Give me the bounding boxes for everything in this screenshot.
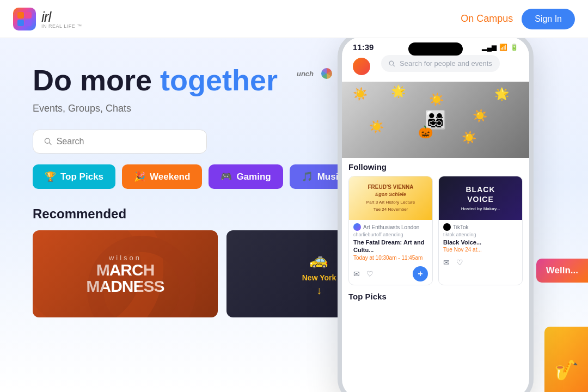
pill-gaming-label: Gaming	[236, 171, 271, 182]
freud-org-name: Art Enthusiasts London	[363, 224, 419, 230]
svg-rect-3	[25, 20, 32, 26]
blackvoice-attending: tiktok attending	[443, 232, 518, 237]
phone-banner-bg: 👨‍👩‍👧‍👦	[342, 82, 529, 158]
blackvoice-org: TikTok	[443, 223, 518, 231]
headline-part2: together	[160, 64, 278, 96]
trophy-icon: 🏆	[45, 171, 56, 182]
wifi-icon: 📶	[499, 44, 507, 51]
phone-top-picks-label: Top Picks	[342, 287, 529, 303]
nav-right: On Campus Sign In	[461, 9, 575, 29]
music-icon: 🎵	[302, 171, 313, 182]
press-logos: unch	[297, 68, 332, 79]
new-york-label: New York	[302, 273, 336, 282]
wellness-label: Welln...	[546, 265, 578, 275]
hero-headline: Do more together	[33, 64, 305, 96]
freud-event-title: The Fatal Dream: Art and Cultu...	[353, 238, 428, 254]
blackvoice-event-title: Black Voice...	[443, 238, 518, 246]
gramophone-icon: 🎷	[554, 359, 579, 382]
march-madness-card[interactable]: wilson MARCHMADNESS	[33, 230, 218, 317]
freud-action-icons: ✉ ♡	[353, 270, 373, 278]
freud-event-body: Art Enthusiasts London charlieburtoff at…	[349, 220, 432, 264]
blackvoice-org-name: TikTok	[453, 224, 469, 230]
following-title: Following	[348, 162, 523, 171]
freud-event-time: Today at 10:30am - 11:45am	[353, 255, 428, 261]
phone-search-placeholder: Search for people and events	[400, 59, 492, 68]
signal-icon: ▂▄▆	[482, 44, 497, 51]
blackvoice-event-image: BLACKVOICE Hosted by Makay...	[439, 176, 522, 220]
banner-bg-fill: 👨‍👩‍👧‍👦	[342, 82, 529, 158]
blackvoice-event-time: Tue Nov 24 at...	[443, 247, 518, 253]
tiktok-avatar	[443, 223, 451, 231]
event-cards-row: FREUD'S VIENNAEgon SchielePart 3 Art His…	[348, 176, 523, 285]
svg-rect-1	[25, 12, 32, 19]
add-button-freud[interactable]: +	[413, 266, 428, 281]
headline-part1: Do more	[33, 64, 160, 96]
nbc-logo	[321, 68, 332, 79]
freud-image-text: FREUD'S VIENNAEgon SchielePart 3 Art His…	[366, 183, 415, 212]
pill-top-picks[interactable]: 🏆 Top Picks	[33, 164, 115, 189]
on-campus-link[interactable]: On Campus	[461, 13, 513, 24]
freud-attending: charlieburtoff attending	[353, 232, 428, 237]
sign-in-button[interactable]: Sign In	[522, 9, 575, 29]
pill-weekend-label: Weekend	[150, 171, 190, 182]
logo-icon	[13, 8, 36, 30]
like-icon-freud[interactable]: ♡	[366, 270, 373, 278]
blackvoice-action-icons: ✉ ♡	[443, 258, 463, 267]
download-icon: ↓	[302, 284, 336, 297]
wilson-brand: wilson	[86, 254, 164, 262]
svg-line-5	[50, 143, 51, 145]
logo-subtext: IN REAL LIFE ™	[41, 23, 82, 29]
pill-top-picks-label: Top Picks	[60, 171, 103, 182]
party-icon: 🎉	[134, 171, 145, 182]
taxi-icon: 🚕	[302, 251, 336, 269]
search-icon	[44, 137, 52, 146]
phone-status-icons: ▂▄▆ 📶 🔋	[482, 44, 518, 51]
phone-time: 11:39	[353, 42, 373, 52]
hero-section: Do more together Events, Groups, Chats 🏆…	[0, 38, 588, 392]
gramophone-tile: 🎷	[544, 327, 588, 392]
freud-event-actions: ✉ ♡ +	[349, 264, 432, 285]
blackvoice-image-text: BLACKVOICE Hosted by Makay...	[461, 185, 500, 212]
search-input[interactable]	[57, 137, 195, 146]
navbar: irl IN REAL LIFE ™ On Campus Sign In	[0, 0, 588, 38]
svg-line-7	[393, 64, 395, 66]
phone-mockup: 11:39 ▂▄▆ 📶 🔋 Search for people and even…	[338, 38, 534, 392]
like-icon-blackvoice[interactable]: ♡	[456, 258, 463, 267]
wellness-pill[interactable]: Welln...	[536, 259, 588, 283]
share-icon-blackvoice[interactable]: ✉	[443, 258, 450, 267]
battery-icon: 🔋	[510, 44, 518, 51]
gaming-icon: 🎮	[220, 171, 232, 182]
share-icon-freud[interactable]: ✉	[353, 270, 360, 278]
phone-top-bar: Search for people and events	[342, 55, 529, 82]
search-box[interactable]	[33, 130, 207, 154]
phone-user-avatar[interactable]	[353, 58, 370, 75]
freud-org: Art Enthusiasts London	[353, 223, 428, 231]
press-logo-launch: unch	[297, 70, 314, 78]
logo-wordmark: irl IN REAL LIFE ™	[41, 9, 82, 29]
svg-rect-0	[17, 12, 24, 19]
pill-gaming[interactable]: 🎮 Gaming	[209, 164, 283, 189]
taxi-content: 🚕 New York ↓	[302, 251, 336, 297]
org-avatar-freud	[353, 223, 361, 231]
phone-notch	[408, 42, 463, 56]
blackvoice-event-actions: ✉ ♡	[439, 256, 522, 270]
freud-event-image: FREUD'S VIENNAEgon SchielePart 3 Art His…	[349, 176, 432, 220]
nav-logo-group: irl IN REAL LIFE ™	[13, 8, 82, 30]
svg-rect-2	[17, 20, 24, 26]
pill-weekend[interactable]: 🎉 Weekend	[122, 164, 202, 189]
phone-search-icon	[389, 60, 395, 67]
phone-following-section: Following FREUD'S VIENNAEgon SchielePart…	[342, 158, 529, 287]
phone-banner-image: 👨‍👩‍👧‍👦 ☀️ 🌟 ☀️ ☀️ 🌟 ☀️ 🎃 ☀️	[342, 82, 529, 158]
event-card-blackvoice[interactable]: BLACKVOICE Hosted by Makay... TikTok tik…	[438, 176, 523, 285]
phone-search-bar[interactable]: Search for people and events	[381, 55, 500, 72]
event-card-freud[interactable]: FREUD'S VIENNAEgon SchielePart 3 Art His…	[348, 176, 433, 285]
blackvoice-event-body: TikTok tiktok attending Black Voice... T…	[439, 220, 522, 256]
